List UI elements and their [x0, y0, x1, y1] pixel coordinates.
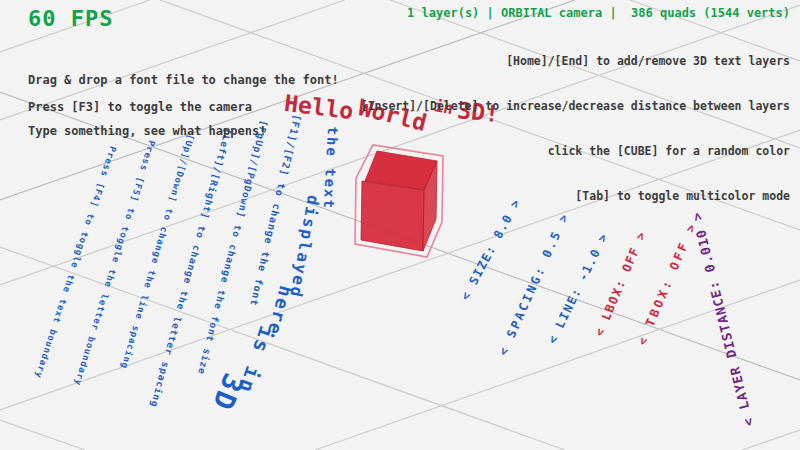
hint-drag-drop: Drag & drop a font file to change the fo…: [28, 72, 339, 89]
hint-type: Type something, see what happens!: [28, 123, 339, 140]
viewport-3d: Hello World in 3D! the text displayed he…: [0, 0, 800, 450]
hint-cube-color: click the [CUBE] for a random color: [361, 144, 790, 159]
hint-layers: [Home]/[End] to add/remove 3D text layer…: [361, 54, 790, 69]
status-bar: 1 layer(s) | ORBITAL camera | 386 quads …: [407, 6, 790, 20]
hint-multicolor: [Tab] to toggle multicolor mode: [361, 189, 790, 204]
fps-counter: 60 FPS: [28, 6, 113, 31]
hud-right-hints: [Home]/[End] to add/remove 3D text layer…: [361, 24, 790, 234]
hint-camera-toggle: Press [F3] to toggle the camera: [28, 100, 252, 114]
hint-distance: [Insert]/[Delete] to increase/decrease d…: [361, 99, 790, 114]
